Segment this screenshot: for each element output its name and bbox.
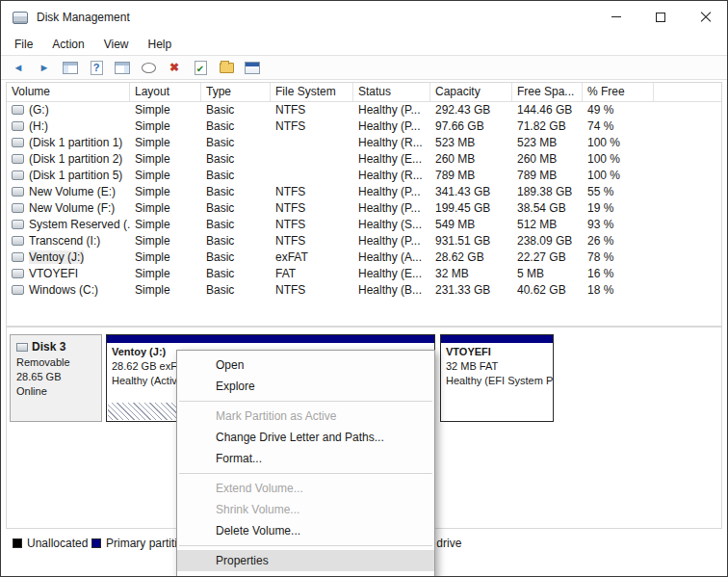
cell-freespace: 5 MB: [512, 266, 583, 282]
menu-item-properties[interactable]: Properties: [177, 550, 434, 571]
cell-filesystem: NTFS: [271, 233, 353, 249]
header-freespace[interactable]: Free Spa...: [512, 83, 583, 101]
cell-layout: Simple: [130, 282, 201, 299]
volume-row[interactable]: System Reserved (... Simple Basic NTFS H…: [7, 217, 721, 233]
menu-item-open[interactable]: Open: [177, 354, 434, 376]
volume-name: System Reserved (...: [29, 218, 130, 231]
disk-name: Disk 3: [32, 340, 65, 354]
cell-capacity: 231.33 GB: [430, 282, 512, 299]
cell-pctfree: 74 %: [583, 118, 654, 135]
menu-help[interactable]: Help: [139, 36, 182, 53]
cell-freespace: 260 MB: [512, 151, 583, 168]
cell-freespace: 789 MB: [512, 168, 583, 184]
header-layout[interactable]: Layout: [130, 83, 201, 101]
primary-partition-strip: [107, 335, 434, 343]
cell-status: Healthy (R...: [353, 135, 430, 151]
cell-status: Healthy (E...: [353, 151, 430, 168]
open-folder-icon[interactable]: [217, 59, 236, 76]
cell-capacity: 28.62 GB: [430, 249, 512, 266]
back-icon[interactable]: ◄: [9, 59, 28, 76]
cell-status: Healthy (A...: [353, 249, 430, 266]
cell-filesystem: [271, 151, 353, 168]
cell-type: Basic: [201, 118, 271, 135]
close-icon: [700, 12, 711, 22]
header-filesystem[interactable]: File System: [271, 83, 353, 101]
cell-pctfree: 93 %: [583, 217, 654, 233]
header-filler: [654, 83, 721, 101]
volume-row[interactable]: New Volume (F:) Simple Basic NTFS Health…: [7, 200, 721, 217]
cell-freespace: 144.46 GB: [512, 102, 583, 118]
menu-item-format[interactable]: Format...: [177, 448, 434, 469]
menu-action[interactable]: Action: [42, 36, 93, 53]
cell-freespace: 523 MB: [512, 135, 583, 151]
header-type[interactable]: Type: [201, 83, 271, 101]
volume-row[interactable]: (Disk 1 partition 1) Simple Basic Health…: [7, 135, 721, 151]
menu-item-extend-volume: Extend Volume...: [177, 478, 434, 499]
cell-type: Basic: [201, 151, 271, 168]
cell-volume: (G:): [7, 102, 130, 118]
volume-row[interactable]: (Disk 1 partition 5) Simple Basic Health…: [7, 168, 721, 184]
cell-pctfree: 49 %: [583, 102, 654, 118]
header-pctfree[interactable]: % Free: [583, 83, 654, 101]
cell-layout: Simple: [130, 118, 201, 135]
cell-layout: Simple: [130, 151, 201, 168]
console-tree-glyph-icon: [63, 62, 78, 74]
cell-pctfree: 100 %: [583, 168, 654, 184]
cell-type: Basic: [201, 266, 271, 282]
header-capacity[interactable]: Capacity: [430, 83, 512, 101]
volume-row[interactable]: New Volume (E:) Simple Basic NTFS Health…: [7, 184, 721, 200]
cell-type: Basic: [201, 135, 271, 151]
legend-unallocated: Unallocated: [13, 537, 88, 550]
cell-filesystem: NTFS: [271, 184, 353, 200]
menu-item-change-drive-letter[interactable]: Change Drive Letter and Paths...: [177, 427, 434, 448]
minimize-button[interactable]: [594, 1, 638, 33]
legend-primary-partition: Primary partition: [91, 537, 190, 550]
cell-type: Basic: [201, 249, 271, 266]
cell-status: Healthy (E...: [353, 266, 430, 282]
disk-media-type: Removable: [16, 355, 95, 370]
cell-layout: Simple: [130, 168, 201, 184]
delete-icon[interactable]: ✖: [165, 59, 184, 76]
window-title: Disk Management: [37, 11, 130, 24]
menu-view[interactable]: View: [94, 36, 139, 53]
close-button[interactable]: [683, 1, 727, 33]
help-icon[interactable]: ?: [87, 59, 106, 76]
cell-pctfree: 78 %: [583, 249, 654, 266]
volume-row-selected[interactable]: Ventoy (J:) Simple Basic exFAT Healthy (…: [7, 249, 721, 266]
volume-row[interactable]: (G:) Simple Basic NTFS Healthy (P... 292…: [7, 102, 721, 118]
volume-icon: [12, 220, 24, 229]
forward-icon[interactable]: ►: [35, 59, 54, 76]
volume-row[interactable]: Transcend (I:) Simple Basic NTFS Healthy…: [7, 233, 721, 249]
cell-type: Basic: [201, 200, 271, 217]
views-icon[interactable]: [243, 59, 262, 76]
cell-layout: Simple: [130, 135, 201, 151]
views-glyph-icon: [245, 62, 260, 74]
context-menu: Open Explore Mark Partition as Active Ch…: [176, 350, 435, 577]
cell-pctfree: 18 %: [583, 282, 654, 299]
maximize-button[interactable]: [638, 1, 683, 33]
menu-file[interactable]: File: [5, 36, 42, 53]
disk3-label[interactable]: Disk 3 Removable 28.65 GB Online: [10, 334, 102, 422]
cell-status: Healthy (R...: [353, 168, 430, 184]
menu-separator: [179, 401, 432, 402]
cell-pctfree: 19 %: [583, 200, 654, 217]
menu-item-explore[interactable]: Explore: [177, 376, 434, 397]
volume-row[interactable]: (H:) Simple Basic NTFS Healthy (P... 97.…: [7, 118, 721, 135]
partition-vtoyefi[interactable]: VTOYEFI 32 MB FAT Healthy (EFI System Pa…: [440, 334, 554, 422]
volume-row[interactable]: VTOYEFI Simple Basic FAT Healthy (E... 3…: [7, 266, 721, 282]
menu-item-delete-volume[interactable]: Delete Volume...: [177, 520, 434, 541]
action-pane-icon[interactable]: [113, 59, 132, 76]
cell-capacity: 292.43 GB: [430, 102, 512, 118]
volume-row[interactable]: (Disk 1 partition 2) Simple Basic Health…: [7, 151, 721, 168]
cell-volume: Ventoy (J:): [7, 249, 130, 266]
header-status[interactable]: Status: [353, 83, 430, 101]
volume-icon: [12, 285, 24, 295]
header-volume[interactable]: Volume: [7, 83, 130, 101]
bubble-icon[interactable]: [139, 59, 158, 76]
cell-capacity: 199.45 GB: [430, 200, 512, 217]
cell-capacity: 341.43 GB: [430, 184, 512, 200]
check-document-icon[interactable]: ✔: [191, 59, 210, 76]
cell-status: Healthy (B...: [353, 282, 430, 299]
console-tree-icon[interactable]: [61, 59, 80, 76]
volume-row[interactable]: Windows (C:) Simple Basic NTFS Healthy (…: [7, 282, 721, 299]
